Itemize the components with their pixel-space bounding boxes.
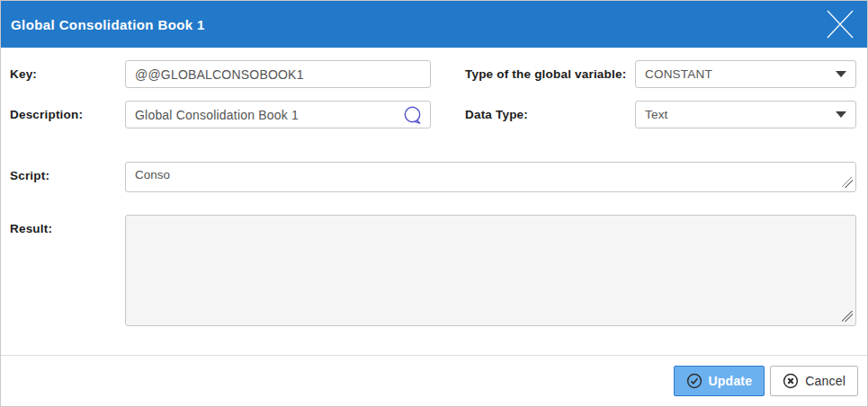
row-result: Result: — [10, 215, 856, 326]
result-textarea — [125, 215, 856, 326]
global-type-selected-value: CONSTANT — [645, 67, 712, 81]
cancel-button-label: Cancel — [805, 374, 846, 388]
dialog-form: Key: Type of the global variable: CONSTA… — [1, 48, 867, 326]
close-icon — [824, 8, 856, 40]
key-label: Key: — [10, 60, 125, 81]
result-label: Result: — [10, 215, 125, 235]
update-button-label: Update — [709, 374, 753, 388]
global-type-label: Type of the global variable: — [465, 60, 635, 81]
x-circle-icon — [783, 373, 799, 389]
cancel-button[interactable]: Cancel — [770, 366, 858, 396]
script-textarea[interactable]: Conso — [125, 162, 856, 192]
chevron-down-icon — [836, 111, 846, 118]
dialog-footer: Update Cancel — [1, 356, 867, 396]
description-label: Description: — [10, 101, 125, 121]
key-input[interactable] — [125, 60, 431, 88]
comment-button[interactable] — [401, 104, 425, 126]
row-description-datatype: Description: Data Type: Text — [10, 101, 856, 128]
chevron-down-icon — [836, 71, 846, 77]
global-type-select[interactable]: CONSTANT — [635, 60, 856, 88]
data-type-select[interactable]: Text — [635, 101, 856, 128]
data-type-selected-value: Text — [645, 108, 668, 121]
row-key-type: Key: Type of the global variable: CONSTA… — [10, 60, 856, 88]
data-type-label: Data Type: — [465, 101, 635, 121]
update-button[interactable]: Update — [674, 366, 765, 396]
global-variable-dialog: Global Consolidation Book 1 Key: Type of… — [0, 0, 868, 407]
comment-bubble-icon — [402, 105, 425, 126]
dialog-header: Global Consolidation Book 1 — [1, 1, 867, 48]
description-input[interactable] — [125, 101, 431, 128]
script-label: Script: — [10, 162, 125, 182]
row-script: Script: Conso — [10, 162, 856, 192]
close-button[interactable] — [820, 4, 860, 44]
dialog-title: Global Consolidation Book 1 — [11, 17, 205, 32]
check-circle-icon — [686, 373, 702, 389]
